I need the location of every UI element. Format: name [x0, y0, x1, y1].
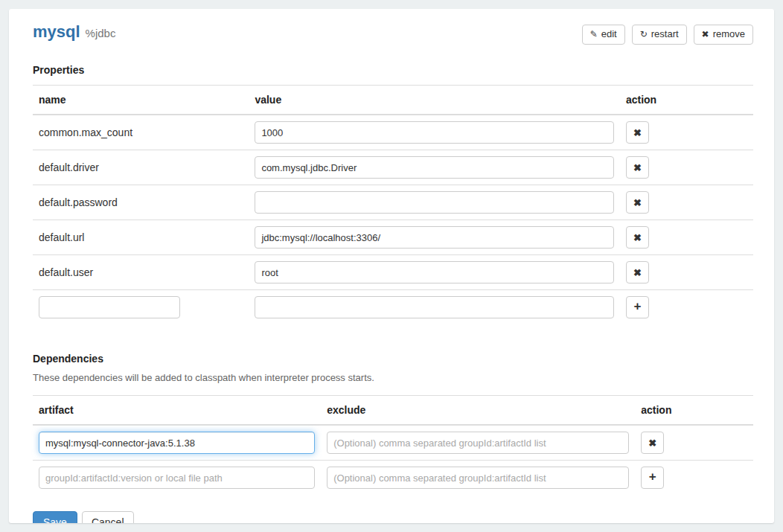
new-property-row: + — [33, 290, 753, 325]
dependencies-header-row: artifact exclude action — [33, 396, 753, 426]
properties-table: name value action common.max_count ✖ def… — [33, 85, 753, 324]
dependency-artifact-input[interactable] — [39, 432, 315, 454]
property-name: default.password — [33, 185, 249, 220]
new-dependency-exclude-input[interactable] — [327, 467, 629, 489]
restart-button-label: restart — [651, 28, 679, 41]
property-value-input[interactable] — [255, 261, 614, 283]
header: mysql%jdbc ✎ edit ↻ restart ✖ remove — [33, 22, 753, 45]
x-icon: ✖ — [633, 162, 642, 173]
x-icon: ✖ — [633, 127, 642, 138]
x-icon: ✖ — [648, 438, 656, 449]
property-row-common-max-count: common.max_count ✖ — [33, 115, 753, 150]
column-header-exclude: exclude — [321, 396, 635, 426]
save-button[interactable]: Save — [33, 511, 77, 523]
x-icon: ✖ — [633, 267, 642, 278]
add-dependency-button[interactable]: + — [641, 467, 664, 489]
remove-property-button[interactable]: ✖ — [626, 156, 649, 179]
dependency-row: ✖ — [33, 425, 753, 461]
pencil-icon: ✎ — [590, 28, 598, 41]
dependency-exclude-input[interactable] — [327, 432, 629, 454]
edit-button-label: edit — [601, 28, 617, 41]
property-value-input[interactable] — [255, 156, 614, 179]
remove-button-label: remove — [713, 28, 745, 41]
plus-icon: + — [633, 299, 641, 314]
remove-property-button[interactable]: ✖ — [626, 121, 649, 144]
properties-header-row: name value action — [33, 86, 753, 115]
column-header-artifact: artifact — [33, 396, 321, 426]
property-name: default.user — [33, 255, 249, 290]
remove-button[interactable]: ✖ remove — [694, 25, 753, 45]
header-actions: ✎ edit ↻ restart ✖ remove — [582, 25, 753, 45]
edit-button[interactable]: ✎ edit — [582, 25, 625, 45]
add-property-button[interactable]: + — [626, 296, 649, 318]
property-name: common.max_count — [33, 115, 249, 150]
new-property-value-input[interactable] — [255, 296, 614, 318]
interpreter-name: mysql — [33, 22, 80, 41]
x-icon: ✖ — [633, 232, 642, 243]
property-value-input[interactable] — [255, 121, 614, 144]
remove-property-button[interactable]: ✖ — [626, 191, 649, 214]
restart-button[interactable]: ↻ restart — [632, 25, 687, 45]
interpreter-title-group: mysql%jdbc — [33, 22, 115, 42]
plus-icon: + — [649, 469, 656, 484]
x-icon: ✖ — [633, 197, 642, 208]
property-row-default-driver: default.driver ✖ — [33, 150, 753, 185]
x-icon: ✖ — [702, 28, 709, 41]
property-row-default-url: default.url ✖ — [33, 220, 753, 255]
column-header-value: value — [249, 86, 620, 115]
cancel-button[interactable]: Cancel — [82, 511, 134, 523]
remove-property-button[interactable]: ✖ — [626, 226, 649, 249]
dependencies-table: artifact exclude action ✖ + — [33, 395, 753, 495]
refresh-icon: ↻ — [640, 28, 648, 41]
column-header-action: action — [635, 396, 753, 426]
new-dependency-row: + — [33, 461, 753, 496]
dependencies-heading: Dependencies — [33, 353, 753, 365]
interpreter-settings-panel: mysql%jdbc ✎ edit ↻ restart ✖ remove Pro… — [9, 9, 774, 523]
interpreter-binding-tag: %jdbc — [86, 27, 116, 39]
property-value-input[interactable] — [255, 226, 614, 249]
remove-dependency-button[interactable]: ✖ — [641, 432, 664, 454]
dependencies-description: These dependencies will be added to clas… — [33, 372, 753, 383]
properties-heading: Properties — [33, 64, 753, 76]
footer-actions: Save Cancel — [33, 511, 753, 523]
property-row-default-password: default.password ✖ — [33, 185, 753, 220]
new-property-name-input[interactable] — [39, 296, 180, 318]
new-dependency-artifact-input[interactable] — [39, 467, 315, 489]
property-name: default.driver — [33, 150, 249, 185]
column-header-name: name — [33, 86, 249, 115]
property-name: default.url — [33, 220, 249, 255]
remove-property-button[interactable]: ✖ — [626, 261, 649, 283]
property-value-input[interactable] — [255, 191, 614, 214]
property-row-default-user: default.user ✖ — [33, 255, 753, 290]
column-header-action: action — [620, 86, 753, 115]
